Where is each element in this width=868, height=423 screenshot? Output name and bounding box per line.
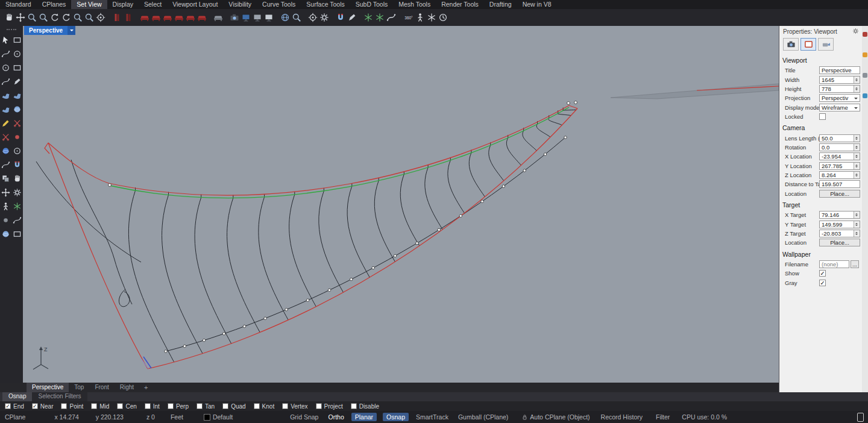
named-views-icon[interactable]	[111, 12, 122, 24]
checkbox-gray[interactable]: ✓	[819, 280, 826, 286]
menu-item-visibility[interactable]: Visibility	[223, 0, 257, 9]
field-distance-to-ta[interactable]: 159.507	[819, 180, 860, 188]
panel-tab-display-icon[interactable]	[863, 73, 867, 78]
menu-item-standard[interactable]: Standard	[0, 0, 37, 9]
status-cplane[interactable]: CPlane	[5, 413, 25, 421]
viewport-tab-dropdown-icon[interactable]	[68, 26, 75, 35]
view-left-icon[interactable]	[184, 12, 196, 24]
checkbox-disable[interactable]	[351, 403, 357, 409]
torus-icon[interactable]	[12, 145, 23, 156]
point-icon[interactable]	[12, 131, 23, 142]
checkbox-perp[interactable]	[168, 403, 174, 409]
select-icon[interactable]	[1, 34, 11, 45]
polygon-icon[interactable]	[12, 62, 23, 73]
dot-tool-icon[interactable]	[1, 215, 11, 225]
checkbox-end[interactable]: ✓	[5, 403, 11, 409]
world-view-icon[interactable]	[279, 12, 291, 24]
plane-tool-icon[interactable]	[12, 228, 23, 239]
field-x-location[interactable]: -23.954	[819, 152, 860, 160]
star-a-icon[interactable]	[362, 12, 374, 24]
rectangle-icon[interactable]	[12, 34, 23, 45]
status-feet[interactable]: Feet	[171, 413, 183, 421]
annotate-icon[interactable]	[346, 12, 357, 24]
snap-tool-icon[interactable]	[12, 159, 23, 170]
spinner-z-target[interactable]	[854, 230, 860, 237]
status-smarttrack[interactable]: SmartTrack	[416, 413, 448, 421]
rotate-camera-icon[interactable]	[60, 12, 72, 24]
zoom-lens-icon[interactable]	[291, 12, 302, 24]
viewport-layout-icon[interactable]	[251, 12, 263, 24]
explode-icon[interactable]	[12, 201, 23, 212]
status-ortho[interactable]: Ortho	[328, 413, 344, 421]
viewport-settings-icon[interactable]	[318, 12, 330, 24]
status-grid-snap[interactable]: Grid Snap	[290, 413, 318, 421]
menu-item-drafting[interactable]: Drafting	[484, 0, 517, 9]
panel-tab-layers-icon[interactable]	[863, 52, 867, 57]
checkbox-near[interactable]: ✓	[32, 403, 38, 409]
surface-icon[interactable]	[1, 90, 11, 101]
array-icon[interactable]	[1, 173, 11, 184]
curve-icon[interactable]	[1, 48, 11, 59]
field-filename[interactable]: (none)	[819, 260, 849, 268]
polyline-icon[interactable]	[12, 76, 23, 87]
spinner-y-location[interactable]	[854, 163, 860, 169]
spinner-rotation[interactable]	[854, 144, 860, 151]
zoom-window-icon[interactable]	[37, 12, 49, 24]
menu-item-new-in-v8[interactable]: New in V8	[517, 0, 557, 9]
menu-item-surface-tools[interactable]: Surface Tools	[301, 0, 350, 9]
spinner-lens-length[interactable]	[854, 135, 860, 142]
view-front-icon[interactable]	[150, 12, 162, 24]
status-auto-cplane-object[interactable]: Auto CPlane (Object)	[521, 413, 590, 421]
menu-item-cplanes[interactable]: CPlanes	[37, 0, 72, 9]
checkbox-project[interactable]	[316, 403, 322, 409]
view-iso-icon[interactable]	[212, 12, 224, 24]
blend-icon[interactable]	[1, 159, 11, 170]
viewport-tab-right[interactable]: Right	[115, 383, 139, 392]
checkbox-cen[interactable]	[117, 403, 123, 409]
spinner-x-location[interactable]	[854, 153, 860, 160]
spin-view-icon[interactable]	[426, 12, 437, 24]
pan-tool-icon[interactable]	[12, 173, 23, 184]
checkbox-knot[interactable]	[254, 403, 260, 409]
status-gumball-cplane[interactable]: Gumball (CPlane)	[458, 413, 508, 421]
shade-tool-icon[interactable]	[1, 228, 11, 239]
viewport-tab-top[interactable]: Top	[69, 383, 89, 392]
status-record-history[interactable]: Record History	[601, 413, 643, 421]
field-x-target[interactable]: 79.146	[819, 211, 860, 219]
menu-item-subd-tools[interactable]: SubD Tools	[350, 0, 394, 9]
button-location-2[interactable]: Place...	[819, 239, 860, 246]
menu-item-curve-tools[interactable]: Curve Tools	[257, 0, 301, 9]
view-bottom-icon[interactable]	[196, 12, 207, 24]
panel-tab-help-icon[interactable]	[863, 93, 867, 98]
zoom-selected-icon[interactable]	[83, 12, 95, 24]
circle-icon[interactable]	[12, 48, 23, 59]
button-location-1[interactable]: Place...	[819, 190, 860, 198]
checkbox-tan[interactable]	[197, 403, 203, 409]
spinner-y-target[interactable]	[854, 221, 860, 228]
sun-study-icon[interactable]	[437, 12, 448, 24]
field-lens-length[interactable]: 50.0	[819, 134, 860, 142]
field-z-location[interactable]: 8.264	[819, 171, 860, 179]
spinner-x-target[interactable]	[854, 212, 860, 218]
browse-button[interactable]: ...	[851, 260, 859, 268]
view-right-icon[interactable]	[162, 12, 173, 24]
named-cplanes-icon[interactable]	[122, 12, 134, 24]
star-b-icon[interactable]	[374, 12, 385, 24]
status-filter[interactable]: Filter	[656, 413, 670, 421]
panel-gear-icon[interactable]	[852, 28, 859, 36]
viewport-capture-icon[interactable]	[263, 12, 274, 24]
object-properties-button[interactable]	[783, 38, 799, 51]
zoom-extents-icon[interactable]	[72, 12, 83, 24]
render-properties-button[interactable]	[818, 38, 834, 51]
osnap-magnet-icon[interactable]	[335, 12, 346, 24]
ellipse-icon[interactable]	[1, 62, 11, 73]
solid-icon[interactable]	[1, 145, 11, 156]
spinner-z-location[interactable]	[854, 172, 860, 178]
turntable-icon[interactable]: 360°	[403, 12, 414, 24]
toolbar-grip-handle[interactable]	[7, 29, 16, 30]
status-osnap[interactable]: Osnap	[383, 413, 409, 421]
viewport-tab-perspective[interactable]: Perspective	[27, 383, 69, 392]
view-top-icon[interactable]	[139, 12, 150, 24]
menu-item-render-tools[interactable]: Render Tools	[436, 0, 484, 9]
camera-target-icon[interactable]	[307, 12, 318, 24]
